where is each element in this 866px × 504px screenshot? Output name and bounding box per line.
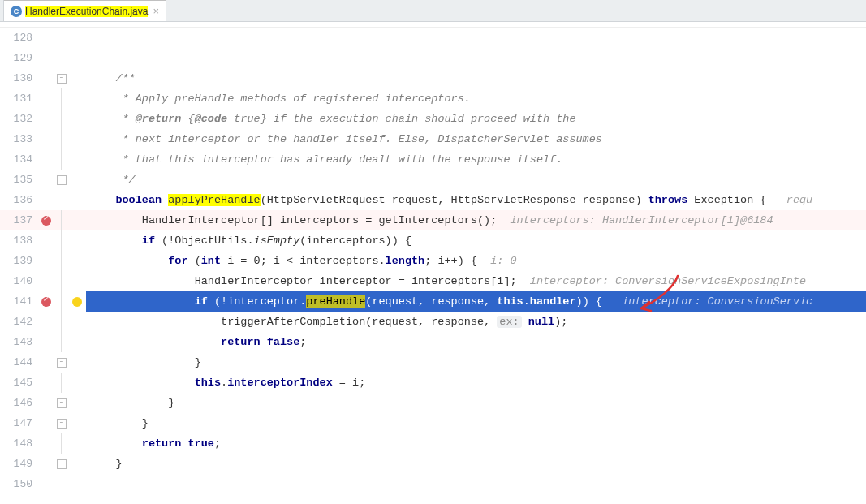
line-number: 147 (0, 413, 37, 433)
line-number: 141 (0, 291, 37, 312)
breakpoint-gutter[interactable] (37, 190, 55, 210)
code-line[interactable]: } (86, 413, 866, 433)
line-number: 137 (0, 210, 37, 230)
line-number: 128 (0, 28, 37, 48)
breakpoint-gutter[interactable] (37, 474, 55, 494)
line-number: 140 (0, 271, 37, 291)
fold-toggle[interactable]: − (57, 175, 67, 185)
inline-debug-hint: interceptors: HandlerInterceptor[1]@6184 (511, 214, 773, 226)
code-line[interactable]: * that this interceptor has already deal… (86, 149, 866, 170)
breakpoint-gutter[interactable] (37, 271, 55, 291)
code-line[interactable] (86, 474, 866, 494)
line-number: 139 (0, 251, 37, 271)
code-line[interactable]: return false; (86, 332, 866, 352)
code-line[interactable]: boolean applyPreHandle(HttpServletReques… (86, 190, 866, 210)
code-line[interactable]: } (86, 454, 866, 474)
code-line[interactable]: } (86, 352, 866, 373)
line-number: 146 (0, 393, 37, 413)
breakpoint-gutter[interactable] (37, 413, 55, 433)
line-number: 134 (0, 149, 37, 170)
breakpoint-gutter[interactable] (37, 149, 55, 170)
current-execution-line[interactable]: 141 if (!interceptor.preHandle(request, … (0, 291, 866, 312)
line-number: 148 (0, 433, 37, 454)
code-line[interactable]: for (int i = 0; i < interceptors.length;… (86, 251, 866, 271)
inline-debug-hint: i: 0 (490, 255, 516, 267)
breakpoint-gutter[interactable] (37, 210, 55, 230)
breakpoint-gutter[interactable] (37, 109, 55, 129)
code-line[interactable]: /** (86, 68, 866, 88)
fold-toggle[interactable]: − (57, 74, 67, 84)
line-number: 149 (0, 454, 37, 474)
breakpoint-gutter[interactable] (37, 129, 55, 149)
breakpoint-icon[interactable] (41, 297, 51, 307)
breakpoint-gutter[interactable] (37, 332, 55, 352)
code-line[interactable]: this.interceptorIndex = i; (86, 373, 866, 393)
breakpoint-gutter[interactable] (37, 433, 55, 454)
line-number: 131 (0, 88, 37, 109)
line-number: 130 (0, 68, 37, 88)
inline-debug-hint: interceptor: ConversionServic (622, 295, 812, 308)
breakpoint-gutter[interactable] (37, 230, 55, 251)
breakpoint-gutter[interactable] (37, 291, 55, 312)
code-line[interactable]: */ (86, 170, 866, 190)
breakpoint-gutter[interactable] (37, 88, 55, 109)
breakpoint-gutter[interactable] (37, 312, 55, 332)
line-number: 142 (0, 312, 37, 332)
line-number: 135 (0, 170, 37, 190)
code-line[interactable]: HandlerInterceptor interceptor = interce… (86, 271, 866, 291)
line-number: 136 (0, 190, 37, 210)
class-icon: C (11, 6, 22, 17)
highlight-method-name: applyPreHandle (168, 194, 260, 206)
intention-bulb-icon[interactable] (72, 297, 82, 307)
fold-toggle[interactable]: − (57, 419, 67, 429)
code-line[interactable] (86, 28, 866, 48)
fold-toggle[interactable]: − (57, 358, 67, 368)
tab-active[interactable]: C HandlerExecutionChain.java × (3, 0, 166, 21)
tab-bar: C HandlerExecutionChain.java × (0, 0, 866, 22)
breakpoint-gutter[interactable] (37, 170, 55, 190)
line-number: 145 (0, 373, 37, 393)
code-line[interactable]: if (!ObjectUtils.isEmpty(interceptors)) … (86, 230, 866, 251)
fold-toggle[interactable]: − (57, 459, 67, 469)
line-number: 132 (0, 109, 37, 129)
fold-toggle[interactable]: − (57, 398, 67, 408)
code-line[interactable]: return true; (86, 433, 866, 454)
code-line[interactable] (86, 48, 866, 68)
highlight-call: preHandle (306, 295, 365, 308)
breakpoint-gutter[interactable] (37, 373, 55, 393)
breakpoint-gutter[interactable] (37, 393, 55, 413)
line-number: 150 (0, 474, 37, 494)
code-line[interactable]: HandlerInterceptor[] interceptors = getI… (86, 210, 866, 230)
param-hint: ex: (497, 316, 521, 328)
line-number: 144 (0, 352, 37, 373)
breakpoint-icon[interactable] (41, 216, 51, 226)
editor-area[interactable]: 128 129 130 − /** 131 * Apply preHandle … (0, 28, 866, 494)
code-line[interactable]: * @return {@code true} if the execution … (86, 109, 866, 129)
breakpoint-gutter[interactable] (37, 454, 55, 474)
code-line[interactable]: } (86, 393, 866, 413)
code-line[interactable]: * Apply preHandle methods of registered … (86, 88, 866, 109)
breakpoint-gutter[interactable] (37, 68, 55, 88)
line-number: 138 (0, 230, 37, 251)
code-line[interactable]: * next interceptor or the handler itself… (86, 129, 866, 149)
line-number: 129 (0, 48, 37, 68)
line-number: 133 (0, 129, 37, 149)
line-number: 143 (0, 332, 37, 352)
close-icon[interactable]: × (153, 5, 159, 17)
code-line[interactable]: triggerAfterCompletion(request, response… (86, 312, 866, 332)
code-line[interactable]: if (!interceptor.preHandle(request, resp… (86, 291, 866, 312)
breakpoint-gutter[interactable] (37, 352, 55, 373)
breakpoint-gutter[interactable] (37, 28, 55, 48)
breakpoint-gutter[interactable] (37, 251, 55, 271)
inline-debug-hint: interceptor: ConversionServiceExposingIn… (530, 275, 806, 287)
breakpoint-gutter[interactable] (37, 48, 55, 68)
tab-filename: HandlerExecutionChain.java (25, 6, 148, 17)
